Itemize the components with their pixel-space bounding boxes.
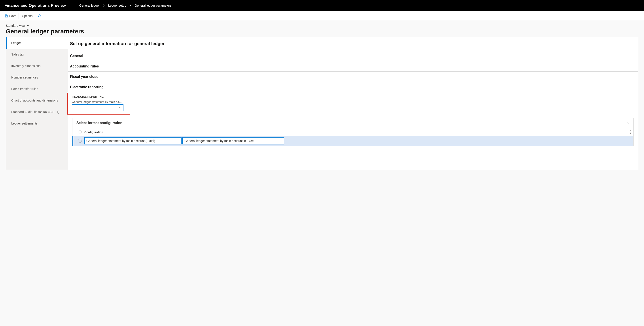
grid-row[interactable]: General ledger statement by main account… (72, 136, 634, 146)
chevron-right-icon (129, 5, 132, 7)
row-config-name[interactable]: General ledger statement by main account… (84, 137, 182, 144)
save-button[interactable]: Save (2, 13, 19, 19)
gl-statement-input[interactable] (72, 104, 124, 111)
breadcrumb-item-0[interactable]: General ledger (79, 4, 100, 7)
svg-point-1 (630, 130, 631, 131)
grid-header-row: Configuration (72, 128, 634, 136)
action-bar: Save Options (0, 11, 644, 21)
radio-icon (78, 130, 82, 134)
select-all-radio[interactable] (76, 130, 84, 134)
format-config-header[interactable]: Select format configuration (72, 118, 634, 128)
chevron-up-icon (626, 121, 630, 124)
options-label: Options (22, 14, 32, 18)
side-nav: Ledger Sales tax Inventory dimensions Nu… (6, 37, 68, 170)
breadcrumb-item-2[interactable]: General ledger parameters (134, 4, 172, 7)
content-wrap: Ledger Sales tax Inventory dimensions Nu… (6, 37, 638, 170)
breadcrumb: General ledger Ledger setup General ledg… (71, 4, 172, 7)
sidenav-item-chart-of-accounts[interactable]: Chart of accounts and dimensions (6, 95, 68, 106)
page-title: General ledger parameters (6, 28, 638, 35)
view-selector[interactable]: Standard view (6, 24, 638, 28)
column-header-configuration[interactable]: Configuration (84, 130, 182, 134)
svg-point-2 (630, 132, 631, 132)
save-icon (4, 14, 8, 18)
chevron-down-icon (27, 24, 29, 27)
gl-statement-select[interactable] (72, 104, 124, 111)
section-general[interactable]: General (68, 51, 638, 61)
format-config-dropdown: Select format configuration Configuratio… (72, 118, 634, 146)
more-options-button[interactable] (630, 130, 631, 134)
sidenav-item-number-sequences[interactable]: Number sequences (6, 72, 68, 83)
gl-statement-field-label: General ledger statement by main acc... (72, 100, 122, 103)
svg-point-3 (630, 133, 631, 134)
top-bar: Finance and Operations Preview General l… (0, 0, 644, 11)
save-label: Save (9, 14, 16, 18)
page-header: Standard view General ledger parameters (0, 21, 644, 37)
chevron-right-icon (103, 5, 105, 7)
options-button[interactable]: Options (20, 13, 35, 19)
sidenav-item-batch-transfer-rules[interactable]: Batch transfer rules (6, 83, 68, 95)
row-config-description[interactable]: General ledger statement by main account… (182, 137, 284, 144)
format-config-title: Select format configuration (76, 121, 122, 125)
section-electronic-reporting[interactable]: Electronic reporting (68, 82, 638, 92)
main-panel: Set up general information for general l… (68, 37, 638, 170)
search-icon (38, 14, 41, 18)
financial-reporting-group-label: FINANCIAL REPORTING (72, 95, 126, 98)
section-accounting-rules[interactable]: Accounting rules (68, 61, 638, 71)
sidenav-item-sales-tax[interactable]: Sales tax (6, 49, 68, 60)
breadcrumb-item-1[interactable]: Ledger setup (108, 4, 126, 7)
view-label: Standard view (6, 24, 26, 28)
search-button[interactable] (36, 13, 44, 19)
row-radio[interactable] (76, 139, 84, 143)
section-fiscal-year-close[interactable]: Fiscal year close (68, 71, 638, 82)
app-title: Finance and Operations Preview (4, 0, 71, 11)
sidenav-item-saf-t[interactable]: Standard Audit File for Tax (SAF-T) (6, 106, 68, 118)
sidenav-item-ledger[interactable]: Ledger (6, 37, 68, 49)
panel-title: Set up general information for general l… (68, 41, 638, 51)
svg-point-0 (38, 15, 40, 17)
sidenav-item-inventory-dimensions[interactable]: Inventory dimensions (6, 60, 68, 72)
radio-icon (78, 139, 82, 143)
sidenav-item-ledger-settlements[interactable]: Ledger settlements (6, 118, 68, 129)
financial-reporting-highlight: FINANCIAL REPORTING General ledger state… (67, 93, 130, 115)
